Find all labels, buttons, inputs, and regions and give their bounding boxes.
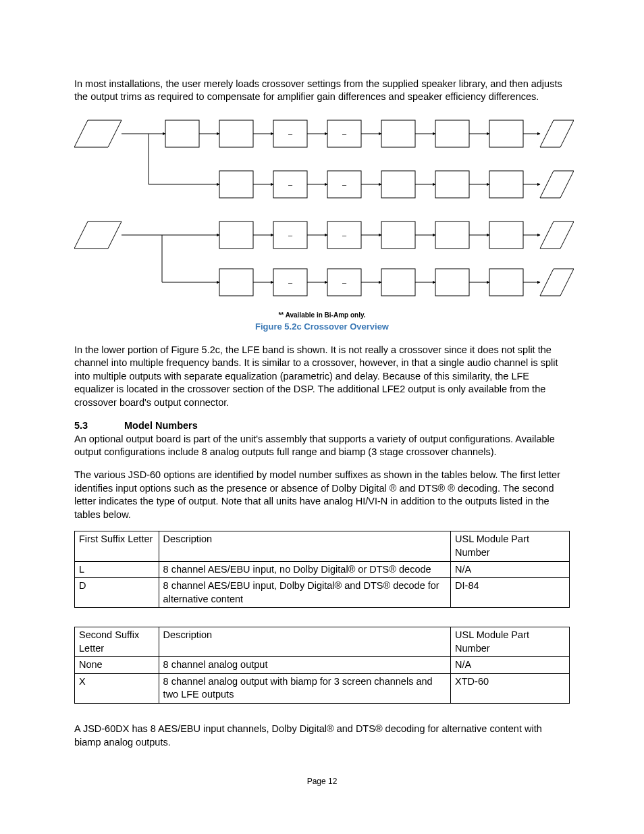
table-cell: L <box>75 561 159 578</box>
table-cell: 8 channel AES/EBU input, no Dolby Digita… <box>159 561 450 578</box>
svg-text:–: – <box>342 180 347 188</box>
table-header-cell: USL Module Part Number <box>451 627 570 657</box>
svg-rect-30 <box>219 221 253 249</box>
after-tables-paragraph: A JSD-60DX has 8 AES/EBU input channels,… <box>74 723 570 749</box>
page-number: Page 12 <box>74 776 570 787</box>
table-cell: 8 channel analog output <box>159 657 450 674</box>
table-header-cell: USL Module Part Number <box>451 531 570 561</box>
svg-text:–: – <box>288 278 293 286</box>
svg-rect-9 <box>381 120 415 147</box>
svg-rect-27 <box>489 171 523 198</box>
table-cell: XTD-60 <box>451 673 570 703</box>
model-paragraph-1: An optional output board is part of the … <box>74 433 570 459</box>
svg-text:–: – <box>288 231 293 239</box>
svg-rect-40 <box>489 221 523 249</box>
model-paragraph-2: The various JSD-60 options are identifie… <box>74 469 570 521</box>
table-cell: N/A <box>451 657 570 674</box>
svg-rect-11 <box>435 120 469 147</box>
svg-rect-44 <box>219 269 253 296</box>
table-cell: None <box>75 657 159 674</box>
svg-text:–: – <box>342 130 347 138</box>
svg-rect-52 <box>435 269 469 296</box>
suffix-table-1: First Suffix Letter Description USL Modu… <box>74 531 570 608</box>
figure-caption: Figure 5.2c Crossover Overview <box>74 321 570 333</box>
table-header-cell: Description <box>159 531 450 561</box>
table-row: None 8 channel analog output N/A <box>75 657 570 674</box>
table-cell: X <box>75 673 159 703</box>
table-header-row: Second Suffix Letter Description USL Mod… <box>75 627 570 657</box>
intro-paragraph: In most installations, the user merely l… <box>74 78 570 104</box>
svg-rect-38 <box>435 221 469 249</box>
table-cell: 8 channel AES/EBU input, Dolby Digital® … <box>159 578 450 608</box>
table-cell: D <box>75 578 159 608</box>
after-figure-paragraph: In the lower portion of Figure 5.2c, the… <box>74 344 570 410</box>
table-cell: N/A <box>451 561 570 578</box>
table-row: D 8 channel AES/EBU input, Dolby Digital… <box>75 578 570 608</box>
svg-rect-36 <box>381 221 415 249</box>
svg-rect-13 <box>489 120 523 147</box>
table-header-cell: Description <box>159 627 450 657</box>
svg-rect-25 <box>435 171 469 198</box>
section-heading: 5.3 Model Numbers <box>74 419 570 433</box>
biamp-note: ** Available in Bi-Amp only. <box>74 311 570 320</box>
svg-text:–: – <box>342 278 347 286</box>
svg-rect-50 <box>381 269 415 296</box>
table-row: X 8 channel analog output with biamp for… <box>75 673 570 703</box>
section-title: Model Numbers <box>124 420 198 431</box>
table-header-row: First Suffix Letter Description USL Modu… <box>75 531 570 561</box>
svg-text:–: – <box>288 130 293 138</box>
svg-rect-54 <box>489 269 523 296</box>
page-container: In most installations, the user merely l… <box>0 0 644 814</box>
section-number: 5.3 <box>74 419 122 433</box>
svg-text:–: – <box>342 231 347 239</box>
table-cell: 8 channel analog output with biamp for 3… <box>159 673 450 703</box>
svg-rect-3 <box>219 120 253 147</box>
table-row: L 8 channel AES/EBU input, no Dolby Digi… <box>75 561 570 578</box>
table-cell: DI-84 <box>451 578 570 608</box>
svg-rect-23 <box>381 171 415 198</box>
suffix-table-2: Second Suffix Letter Description USL Mod… <box>74 627 570 704</box>
table-header-cell: Second Suffix Letter <box>75 627 159 657</box>
crossover-diagram-svg: –– –– –– –– <box>74 113 574 309</box>
svg-rect-1 <box>165 120 199 147</box>
svg-text:–: – <box>288 180 293 188</box>
table-header-cell: First Suffix Letter <box>75 531 159 561</box>
crossover-figure: –– –– –– –– ** Available in Bi-Amp only.… <box>74 113 570 333</box>
svg-rect-17 <box>219 171 253 198</box>
